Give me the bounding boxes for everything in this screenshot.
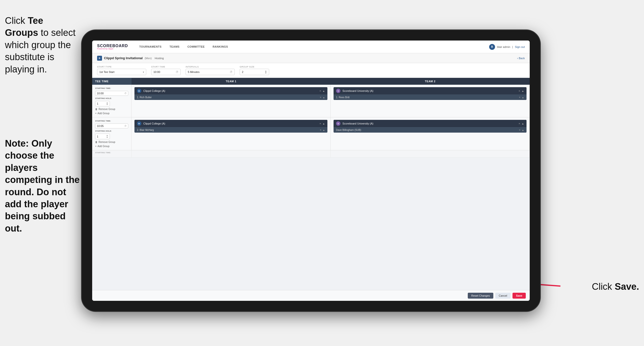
- team2-logo-2: S: [336, 121, 340, 126]
- player-remove-icon-sub[interactable]: ×: [519, 129, 520, 131]
- team1-expand-icon[interactable]: ▲: [322, 90, 325, 92]
- nav-teams[interactable]: TEAMS: [166, 40, 183, 53]
- hosting-badge: Hosting: [154, 57, 164, 60]
- table-row: STARTING TIME: 10:05 ⏱ STARTING HOLE: 1 …: [92, 117, 530, 150]
- trash-icon-2: 🗑: [95, 141, 98, 143]
- back-button[interactable]: ‹ Back: [517, 57, 525, 60]
- plus-icon: +: [95, 112, 96, 115]
- nav-right: B blair admin | Sign out: [489, 44, 525, 50]
- player-actions-3: × ▲: [320, 129, 325, 131]
- page-footer: Reset Changes Cancel Save: [92, 290, 530, 301]
- add-group-button-2[interactable]: + Add Group: [95, 145, 128, 148]
- start-time-input[interactable]: 10:00 ⏱: [151, 69, 181, 75]
- add-group-button-1[interactable]: + Add Group: [95, 112, 128, 115]
- group2-time-input[interactable]: 10:05 ⏱: [95, 123, 128, 128]
- table-header: Tee Time Team 1 Team 2: [92, 78, 530, 85]
- player-row-sub: Dave Billingham (SUB) × ▲: [334, 127, 526, 133]
- player-expand-icon-2[interactable]: ▲: [522, 96, 524, 99]
- player-remove-icon-1[interactable]: ×: [320, 96, 321, 99]
- team2-card-2: S Scoreboard University (A) × ▲ Dave Bil…: [334, 120, 526, 133]
- team1-card-2: B Clippd College (A) × ▲ 2. Blair McHarg…: [134, 120, 328, 133]
- table-content: STARTING TIME: 10:00 ⏱ STARTING HOLE: 1 …: [92, 85, 530, 290]
- starting-time-label-2: STARTING TIME:: [95, 120, 128, 122]
- th-team1: Team 1: [132, 78, 330, 85]
- player-remove-icon-2[interactable]: ×: [519, 96, 520, 99]
- team1-logo-2: B: [137, 121, 141, 126]
- user-name: blair admin: [497, 45, 510, 48]
- group1-left: STARTING TIME: 10:00 ⏱ STARTING HOLE: 1 …: [92, 85, 132, 117]
- start-time-label: Start Time: [151, 65, 181, 68]
- clock-icon-3: ⏱: [124, 92, 126, 94]
- start-type-input[interactable]: 1st Tee Start ▾: [97, 69, 146, 75]
- note-label: Note:: [5, 138, 32, 149]
- reset-changes-button[interactable]: Reset Changes: [468, 293, 493, 299]
- nav-tournaments[interactable]: TOURNAMENTS: [136, 40, 166, 53]
- group1-team2: S Scoreboard University (A) × ▲ 1. Rees …: [330, 85, 530, 117]
- group-size-label: Group Size: [240, 65, 269, 68]
- team2-remove-icon-1[interactable]: ×: [519, 89, 520, 92]
- group2-hole-input[interactable]: 1 ▲▼: [95, 134, 110, 139]
- sign-out-link[interactable]: Sign out: [515, 45, 525, 48]
- group1-hole-input[interactable]: 1 ▲▼: [95, 101, 110, 106]
- group3-left: STARTING TIME:: [92, 150, 132, 157]
- player-name-1: 1. Rich Butler: [137, 96, 318, 99]
- player-row-2: 1. Rees Britt × ▲: [334, 94, 526, 100]
- scoreboard-logo: SCOREBOARD Powered by clippd: [97, 44, 128, 50]
- clock-icon-4: ⏱: [124, 125, 126, 127]
- team1-card-1: B Clippd College (A) × ▲ 1. Rich Butler …: [134, 87, 328, 100]
- team1-name-2: Clippd College (A): [143, 122, 318, 125]
- team2-logo-1: S: [336, 89, 340, 93]
- clock-icon-2: ⏱: [230, 70, 232, 73]
- team2-expand-icon-1[interactable]: ▲: [522, 90, 524, 92]
- group3-team2: [330, 150, 530, 157]
- form-row: Start Type 1st Tee Start ▾ Start Time 10…: [92, 63, 530, 78]
- team1-name-1: Clippd College (A): [143, 89, 318, 92]
- team1-actions-2: × ▲: [320, 122, 325, 125]
- remove-group-button-1[interactable]: 🗑 Remove Group: [95, 108, 128, 110]
- nav-committee[interactable]: COMMITTEE: [183, 40, 209, 53]
- logo-subtitle: Powered by clippd: [97, 48, 128, 50]
- intervals-input[interactable]: 5 Minutes ⏱: [186, 69, 235, 75]
- start-type-label: Start Type: [97, 65, 146, 68]
- nav-rankings[interactable]: RANKINGS: [209, 40, 232, 53]
- group-size-input[interactable]: 2 ▲▼: [240, 69, 269, 75]
- player-row-1: 1. Rich Butler × ▲: [134, 94, 328, 100]
- team1-logo-1: B: [137, 89, 141, 93]
- player-remove-icon-3[interactable]: ×: [320, 129, 321, 131]
- player-expand-icon-3[interactable]: ▲: [323, 129, 325, 131]
- plus-icon-2: +: [95, 145, 96, 148]
- team1-remove-icon[interactable]: ×: [320, 89, 321, 92]
- team2-actions-2: × ▲: [519, 122, 524, 125]
- player-name-2: 1. Rees Britt: [336, 96, 517, 99]
- group3-team1: [132, 150, 330, 157]
- player-name-sub: Dave Billingham (SUB): [336, 129, 517, 131]
- team2-card-header-2: S Scoreboard University (A) × ▲: [334, 120, 526, 127]
- team1-card-header-2: B Clippd College (A) × ▲: [134, 120, 328, 127]
- table-row: STARTING TIME: 10:00 ⏱ STARTING HOLE: 1 …: [92, 85, 530, 117]
- user-avatar: B: [489, 44, 495, 50]
- separator: |: [512, 45, 513, 48]
- team2-expand-icon-2[interactable]: ▲: [522, 122, 524, 125]
- save-button[interactable]: Save: [512, 293, 526, 299]
- team2-remove-icon-2[interactable]: ×: [519, 122, 520, 125]
- clock-icon: ⏱: [176, 70, 178, 73]
- team1-expand-icon-2[interactable]: ▲: [322, 122, 325, 125]
- team1-card-header-1: B Clippd College (A) × ▲: [134, 87, 328, 94]
- team1-remove-icon-2[interactable]: ×: [320, 122, 321, 125]
- player-row-3: 2. Blair McHarg × ▲: [134, 127, 328, 133]
- group2-left: STARTING TIME: 10:05 ⏱ STARTING HOLE: 1 …: [92, 117, 132, 150]
- group1-team1: B Clippd College (A) × ▲ 1. Rich Butler …: [132, 85, 330, 117]
- instruction-prefix: Click: [5, 15, 28, 26]
- chevron-down-icon: ▾: [143, 71, 144, 73]
- player-expand-icon-sub[interactable]: ▲: [522, 129, 524, 131]
- group1-time-input[interactable]: 10:00 ⏱: [95, 91, 128, 96]
- cancel-button[interactable]: Cancel: [495, 293, 510, 299]
- starting-hole-label-2: STARTING HOLE:: [95, 130, 128, 132]
- player-expand-icon-1[interactable]: ▲: [323, 96, 325, 99]
- stepper-icon: ▲▼: [265, 70, 267, 74]
- remove-group-button-2[interactable]: 🗑 Remove Group: [95, 141, 128, 143]
- group-size-group: Group Size 2 ▲▼: [240, 65, 269, 75]
- nav-links: TOURNAMENTS TEAMS COMMITTEE RANKINGS: [136, 40, 489, 53]
- note-text: Note: Only choose the players competing …: [0, 137, 88, 235]
- start-time-group: Start Time 10:00 ⏱: [151, 65, 181, 75]
